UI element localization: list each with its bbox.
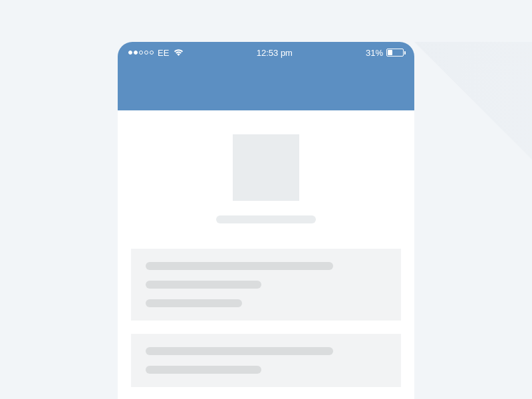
skeleton-line: [146, 281, 261, 289]
avatar-placeholder: [233, 134, 299, 201]
content-area: [118, 110, 414, 387]
phone-frame: EE 12:53 pm 31%: [118, 42, 414, 399]
battery-percent-label: 31%: [366, 48, 383, 58]
status-bar: EE 12:53 pm 31%: [118, 42, 414, 59]
name-placeholder: [216, 215, 316, 223]
skeleton-card: [131, 334, 401, 387]
app-header: EE 12:53 pm 31%: [118, 42, 414, 110]
battery-fill: [388, 50, 392, 55]
skeleton-line: [146, 366, 261, 374]
status-bar-time: 12:53 pm: [257, 48, 293, 58]
phone-shadow: [414, 42, 532, 399]
status-bar-left: EE: [128, 48, 184, 58]
battery-icon: [386, 49, 404, 57]
wifi-icon: [174, 49, 184, 57]
skeleton-card: [131, 249, 401, 321]
profile-skeleton: [131, 134, 401, 223]
carrier-label: EE: [158, 48, 170, 58]
signal-strength-icon: [128, 51, 154, 55]
skeleton-line: [146, 262, 333, 270]
skeleton-line: [146, 299, 242, 307]
status-bar-right: 31%: [366, 48, 404, 58]
skeleton-line: [146, 347, 333, 355]
